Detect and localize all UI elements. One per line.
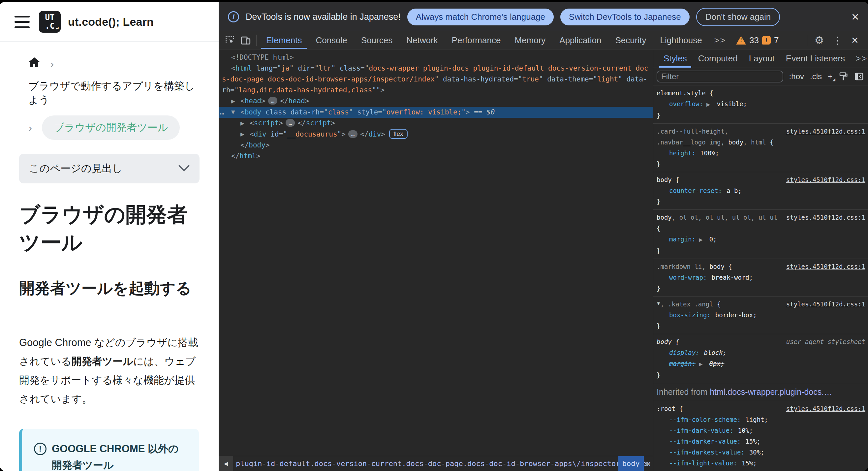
tab-sources[interactable]: Sources — [354, 31, 399, 49]
expand-arrow-icon[interactable]: ▶ — [240, 129, 250, 140]
syntax-token: script — [306, 119, 331, 127]
site-logo[interactable]: UT .C ↵ — [39, 11, 61, 33]
breadcrumb-back-icon[interactable]: ◀ — [219, 456, 233, 471]
css-property[interactable]: --ifm-lighter-value:30%; — [657, 469, 865, 471]
css-property[interactable]: --ifm-darkest-value:30%; — [657, 447, 865, 458]
syntax-token: =" — [319, 108, 328, 116]
toc-collapsible[interactable]: このページの見出し — [19, 154, 199, 183]
breadcrumb-forward-icon[interactable]: ▶ — [644, 456, 653, 471]
devtools-close-icon[interactable]: ✕ — [846, 35, 863, 46]
toggle-class-button[interactable]: .cls — [810, 72, 822, 81]
inline-expand-button[interactable]: … — [348, 130, 358, 138]
tab-performance[interactable]: Performance — [445, 31, 508, 49]
syntax-token: class — [328, 108, 349, 116]
css-property[interactable]: margin:▶8px; — [657, 358, 865, 370]
syntax-token: div — [254, 130, 267, 138]
settings-gear-icon[interactable]: ⚙ — [810, 34, 829, 46]
inherited-node-link[interactable]: html.docs-wrapper.plugin-docs.… — [710, 387, 832, 397]
styles-filter-input[interactable] — [657, 71, 783, 83]
tab-memory[interactable]: Memory — [507, 31, 552, 49]
kebab-menu-icon[interactable]: ⋮ — [829, 35, 846, 46]
css-property[interactable]: --ifm-dark-value:10%; — [657, 425, 865, 436]
device-toolbar-icon[interactable] — [238, 31, 254, 49]
syntax-token: " — [332, 64, 336, 72]
dom-tree-node[interactable]: </html> — [219, 151, 653, 162]
css-rules-list: element.style {overflow:▶visible;}styles… — [653, 86, 868, 471]
dom-tree-node[interactable]: ▶<script>…</script> — [219, 118, 653, 129]
home-icon[interactable] — [28, 57, 40, 71]
tab-console[interactable]: Console — [309, 31, 354, 49]
css-property[interactable]: word-wrap:break-word; — [657, 272, 865, 283]
expand-value-arrow-icon[interactable]: ▶ — [706, 102, 710, 107]
expand-arrow-icon[interactable]: ▶ — [240, 118, 250, 129]
stylesheet-source-link[interactable]: styles.4510f12d.css:1 — [786, 261, 865, 272]
dom-tree-node[interactable]: </body> — [219, 140, 653, 151]
css-property[interactable]: counter-reset:a b; — [657, 185, 865, 196]
more-sidebar-tabs-icon[interactable]: >> — [850, 50, 868, 68]
tab-styles[interactable]: Styles — [658, 50, 692, 68]
expand-arrow-icon[interactable]: ▶ — [231, 96, 240, 107]
expand-value-arrow-icon[interactable]: ▶ — [699, 361, 703, 367]
dont-show-again-button[interactable]: Don't show again — [696, 8, 780, 26]
css-property[interactable]: --ifm-darker-value:15%; — [657, 436, 865, 447]
warning-icon[interactable] — [736, 36, 746, 44]
dom-breadcrumb-selected[interactable]: body — [618, 456, 644, 471]
tab-security[interactable]: Security — [609, 31, 653, 49]
dom-tree-node[interactable]: ▶<div id="__docusaurus">…</div>flex — [219, 129, 653, 140]
inline-expand-button[interactable]: … — [286, 119, 295, 127]
css-property[interactable]: margin:▶0; — [657, 234, 865, 245]
dom-tree-node[interactable]: ▶<head>…</head> — [219, 96, 653, 107]
stylesheet-source-link[interactable]: styles.4510f12d.css:1 — [786, 212, 865, 223]
toggle-hover-state-button[interactable]: :hov — [789, 72, 804, 81]
tab-network[interactable]: Network — [399, 31, 444, 49]
syntax-token — [294, 64, 298, 72]
issues-icon[interactable]: ! — [762, 36, 771, 44]
flex-badge[interactable]: flex — [389, 129, 408, 139]
syntax-token: light — [597, 75, 618, 83]
tab-elements[interactable]: Elements — [259, 31, 309, 49]
breadcrumb-level1[interactable]: ブラウザで動作するアプリを構築しよう — [28, 79, 199, 107]
dom-tree-node[interactable]: <!DOCTYPE html> — [219, 52, 653, 63]
stylesheet-source-link[interactable]: styles.4510f12d.css:1 — [786, 126, 865, 137]
switch-japanese-button[interactable]: Switch DevTools to Japanese — [560, 8, 690, 25]
syntax-token: true — [522, 75, 539, 83]
inline-expand-button[interactable]: … — [268, 97, 277, 104]
collapse-arrow-icon[interactable]: ▼ — [231, 107, 240, 118]
breadcrumb-current[interactable]: ブラウザの開発者ツール — [42, 116, 180, 140]
issues-count[interactable]: 7 — [774, 35, 779, 45]
css-property[interactable]: display:block; — [657, 347, 865, 358]
expand-value-arrow-icon[interactable]: ▶ — [699, 237, 703, 243]
stylesheet-source-link[interactable]: styles.4510f12d.css:1 — [786, 175, 865, 185]
toggle-sidebar-icon[interactable] — [854, 71, 864, 82]
inspect-element-icon[interactable] — [222, 31, 238, 49]
tab-application[interactable]: Application — [552, 31, 608, 49]
node-overflow-dots-icon[interactable]: … — [220, 107, 225, 118]
css-property[interactable]: box-sizing:border-box; — [657, 310, 865, 321]
rendering-emulation-icon[interactable] — [838, 71, 848, 82]
more-tabs-icon[interactable]: >> — [709, 31, 732, 49]
tab-computed[interactable]: Computed — [692, 50, 743, 68]
syntax-token: div — [368, 130, 381, 138]
tab-layout[interactable]: Layout — [743, 50, 780, 68]
css-property[interactable]: height:100%; — [657, 148, 865, 159]
css-property[interactable]: overflow:▶visible; — [657, 99, 865, 110]
chevron-down-icon — [178, 163, 190, 175]
css-property[interactable]: --ifm-light-value:15%; — [657, 458, 865, 469]
warning-count[interactable]: 33 — [749, 35, 759, 45]
site-title[interactable]: ut.code(); Learn — [68, 15, 154, 28]
css-rule: styles.4510f12d.css:1body, ol ol, ol ul,… — [653, 210, 868, 259]
new-style-rule-button[interactable]: +◢ — [828, 72, 832, 81]
match-language-button[interactable]: Always match Chrome's language — [407, 8, 554, 25]
css-property[interactable]: --ifm-color-scheme:light; — [657, 414, 865, 425]
stylesheet-source-link[interactable]: styles.4510f12d.css:1 — [786, 403, 865, 414]
syntax-token: " — [539, 75, 543, 83]
stylesheet-source-link[interactable]: styles.4510f12d.css:1 — [786, 299, 865, 310]
tab-event-listeners[interactable]: Event Listeners — [780, 50, 850, 68]
tab-lighthouse[interactable]: Lighthouse — [653, 31, 709, 49]
hamburger-menu-icon[interactable] — [14, 16, 30, 28]
dom-breadcrumb-path[interactable]: plugin-id-default.docs-version-current.d… — [233, 456, 614, 471]
infobar-close-icon[interactable]: ✕ — [851, 11, 860, 23]
dom-tree-node[interactable]: <html lang="ja" dir="ltr" class="docs-wr… — [219, 63, 653, 96]
rule-selector[interactable]: element.style { — [657, 88, 865, 99]
dom-tree-node[interactable]: …▼<body class data-rh="class" style="ove… — [219, 107, 653, 118]
